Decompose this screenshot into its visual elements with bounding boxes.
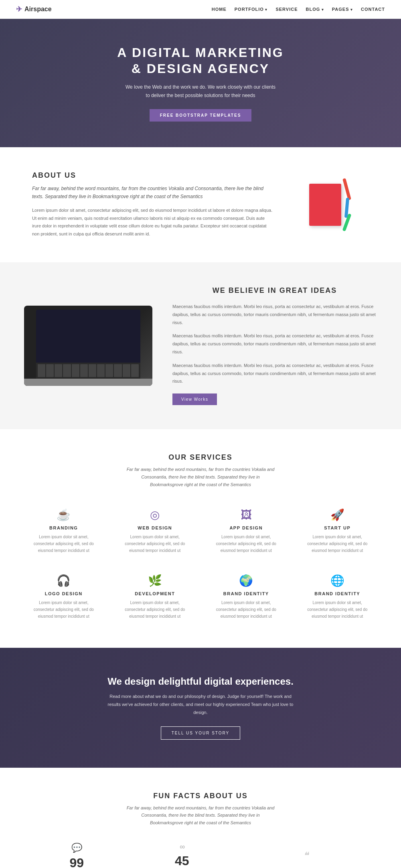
- service-brandidentity1-desc: Lorem ipsum dolor sit amet, consectetur …: [211, 599, 282, 620]
- logo[interactable]: ✈ Airspace: [16, 5, 52, 14]
- service-startup-desc: Lorem ipsum dolor sit amet, consectetur …: [302, 533, 373, 554]
- services-heading: OUR SERVICES: [24, 453, 377, 462]
- great-ideas-text: WE BELIEVE IN GREAT IDEAS Maecenas fauci…: [172, 286, 377, 405]
- development-icon: 🌿: [119, 574, 191, 587]
- webdesign-icon: ◎: [119, 508, 191, 521]
- navbar: ✈ Airspace HOME PORTFOLIO SERVICE BLOG P…: [0, 0, 401, 19]
- view-works-button[interactable]: View Works: [172, 393, 217, 405]
- services-subtitle: Far far away, behind the word mountains,…: [124, 466, 277, 488]
- about-heading: ABOUT US: [32, 171, 273, 180]
- great-ideas-p1: Maecenas faucibus mollis interdum. Morbi…: [172, 303, 377, 327]
- service-brandidentity1-label: BRAND IDENTITY: [211, 591, 282, 596]
- logo-icon: ✈: [16, 5, 22, 14]
- nav-home[interactable]: HOME: [212, 7, 227, 12]
- service-webdesign-label: WEB DESIGN: [119, 525, 191, 530]
- nav-service[interactable]: SERVICE: [275, 7, 298, 12]
- cta-section: We design delightful digital experiences…: [0, 648, 401, 767]
- fact-articles-number: 45: [130, 854, 235, 868]
- fact-coffee-number: 99: [24, 856, 130, 868]
- service-appdesign-desc: Lorem ipsum dolor sit amet, consectetur …: [211, 533, 282, 554]
- service-branding-desc: Lorem ipsum dolor sit amet, consectetur …: [28, 533, 99, 554]
- fact-coffee: 💬 99 Cups Of Coffee: [24, 843, 130, 868]
- startup-icon: 🚀: [302, 508, 373, 521]
- service-brandidentity2: 🌐 BRAND IDENTITY Lorem ipsum dolor sit a…: [298, 570, 377, 624]
- cta-heading: We design delightful digital experiences…: [32, 676, 369, 687]
- about-image: [289, 178, 369, 231]
- great-ideas-heading: WE BELIEVE IN GREAT IDEAS: [172, 286, 377, 295]
- great-ideas-section: WE BELIEVE IN GREAT IDEAS Maecenas fauci…: [0, 262, 401, 429]
- about-body: Lorem ipsum dolor sit amet, consectetur …: [32, 207, 273, 238]
- service-webdesign: ◎ WEB DESIGN Lorem ipsum dolor sit amet,…: [115, 504, 195, 558]
- brandidentity1-icon: 🌍: [211, 574, 282, 587]
- service-development-desc: Lorem ipsum dolor sit amet, consectetur …: [119, 599, 191, 620]
- testimonial: ❝ "This Company created an e-commerce si…: [235, 843, 377, 868]
- hero-section: A DIGITAL MARKETING & DESIGN AGENCY We l…: [0, 19, 401, 147]
- service-startup: 🚀 START UP Lorem ipsum dolor sit amet, c…: [298, 504, 377, 558]
- service-appdesign: 🖼 APP DESIGN Lorem ipsum dolor sit amet,…: [207, 504, 286, 558]
- laptop-graphic: [24, 306, 152, 386]
- fact-articles: ∞ 45 Article Written: [130, 843, 235, 868]
- quote-icon: ❝: [243, 847, 369, 864]
- services-grid: ☕ BRANDING Lorem ipsum dolor sit amet, c…: [24, 504, 377, 624]
- service-development-label: DEVELOPMENT: [119, 591, 191, 596]
- service-brandidentity1: 🌍 BRAND IDENTITY Lorem ipsum dolor sit a…: [207, 570, 286, 624]
- service-development: 🌿 DEVELOPMENT Lorem ipsum dolor sit amet…: [115, 570, 195, 624]
- fun-facts-heading: FUN FACTS ABOUT US: [24, 792, 377, 800]
- brandidentity2-icon: 🌐: [302, 574, 373, 587]
- about-intro: Far far away, behind the word mountains,…: [32, 185, 273, 201]
- service-appdesign-label: APP DESIGN: [211, 525, 282, 530]
- service-logodesign-label: LOGO DESIGN: [28, 591, 99, 596]
- about-section: ABOUT US Far far away, behind the word m…: [0, 147, 401, 262]
- hero-description: We love the Web and the work we do. We w…: [124, 83, 277, 99]
- nav-pages[interactable]: PAGES: [332, 7, 353, 12]
- great-ideas-p2: Maecenas faucibus mollis interdum. Morbi…: [172, 332, 377, 356]
- nav-blog[interactable]: BLOG: [306, 7, 324, 12]
- appdesign-icon: 🖼: [211, 508, 282, 521]
- cta-description: Read more about what we do and our philo…: [104, 693, 297, 716]
- service-branding-label: BRANDING: [28, 525, 99, 530]
- logodesign-icon: 🎧: [28, 574, 99, 587]
- service-startup-label: START UP: [302, 525, 373, 530]
- nav-portfolio[interactable]: PORTFOLIO: [235, 7, 268, 12]
- service-brandidentity2-desc: Lorem ipsum dolor sit amet, consectetur …: [302, 599, 373, 620]
- laptop-base: [24, 379, 152, 386]
- branding-icon: ☕: [28, 508, 99, 521]
- service-brandidentity2-label: BRAND IDENTITY: [302, 591, 373, 596]
- fun-facts-subtitle: Far far away, behind the word mountains,…: [124, 804, 277, 827]
- service-webdesign-desc: Lorem ipsum dolor sit amet, consectetur …: [119, 533, 191, 554]
- cta-button[interactable]: TELL US YOUR STORY: [161, 726, 241, 740]
- notebook-graphic: [309, 184, 341, 226]
- articles-icon: ∞: [130, 843, 235, 851]
- coffee-icon: 💬: [24, 843, 130, 853]
- service-branding: ☕ BRANDING Lorem ipsum dolor sit amet, c…: [24, 504, 103, 558]
- hero-heading: A DIGITAL MARKETING & DESIGN AGENCY: [117, 45, 284, 77]
- pens-graphic: [345, 178, 348, 231]
- facts-row-1: 💬 99 Cups Of Coffee ∞ 45 Article Written…: [24, 843, 377, 868]
- service-logodesign-desc: Lorem ipsum dolor sit amet, consectetur …: [28, 599, 99, 620]
- great-ideas-p3: Maecenas faucibus mollis interdum. Morbi…: [172, 362, 377, 385]
- logo-text: Airspace: [24, 6, 52, 13]
- nav-contact[interactable]: CONTACT: [361, 7, 385, 12]
- nav-links: HOME PORTFOLIO SERVICE BLOG PAGES CONTAC…: [212, 7, 385, 12]
- about-text: ABOUT US Far far away, behind the word m…: [32, 171, 273, 238]
- service-logodesign: 🎧 LOGO DESIGN Lorem ipsum dolor sit amet…: [24, 570, 103, 624]
- services-section: OUR SERVICES Far far away, behind the wo…: [0, 429, 401, 648]
- fun-facts-section: FUN FACTS ABOUT US Far far away, behind …: [0, 768, 401, 868]
- laptop-keyboard: [36, 363, 140, 379]
- hero-cta-button[interactable]: FREE BOOTSTRAP TEMPLATES: [150, 109, 252, 122]
